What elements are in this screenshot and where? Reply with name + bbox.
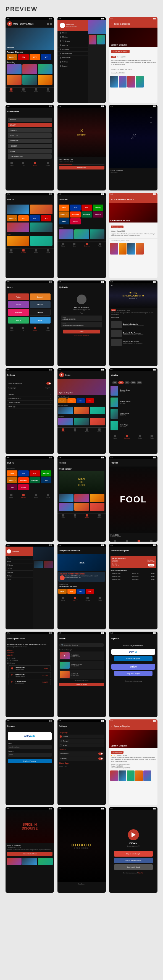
screen-home: 9:41▌▌▌ OIDC - Ott TV & Movie Featured P… — [6, 17, 54, 103]
screen-subscription: 9:41▌▌▌ Active Subscription Jahirly Unli… — [109, 544, 157, 629]
screen-login: 9:41▌▌▌ DIOXN Stream Movies & TV Sign in… — [109, 807, 157, 893]
screen-paypal2: 9:41▌▌▌ Payment PayPal Email user@email.… — [6, 719, 54, 805]
row-2: 9:41▌▌▌ Select Genre ACTION DRAMA COMEDY… — [6, 105, 157, 191]
screen-home-sidebar: 9:41▌▌▌ User Name Home Movies TV Shows L… — [6, 544, 54, 629]
screen-categories: 9:41▌▌▌ Genre Action Comedy Drama Thrill… — [6, 280, 54, 366]
screen-satv: 9:41▌▌▌ Live TV All Channels SATV NTV RT… — [6, 456, 54, 542]
app-header-1: OIDC - Ott TV & Movie — [6, 20, 54, 28]
screen-genre: 9:41▌▌▌ Select Genre ACTION DRAMA COMEDY… — [6, 105, 54, 191]
screen-channels: 9:41▌▌▌ Channels SATV NTV RTV Ekushey Ba… — [58, 192, 106, 278]
screen-batman: 9:41▌▌▌ DIOXCO STREAMING Loading... — [58, 807, 106, 893]
screens-grid: 9:41▌▌▌ OIDC - Ott TV & Movie Featured P… — [6, 17, 157, 893]
screen-search: 9:41▌▌▌ Search 🔍 Search for "Fooling" Re… — [58, 632, 106, 717]
row-9: 9:41▌▌▌ Payment PayPal Email user@email.… — [6, 719, 157, 805]
screen-dark-movie: 9:41▌▌▌ ⚔WARRIOR Dark Fantasy Epic Actio… — [58, 105, 106, 191]
row-8: 9:41▌▌▌ Subscription Plans Access some f… — [6, 632, 157, 717]
screen-spice: 9:41▌▌▌ ← Spice in Disguise Spice in Dis… — [109, 17, 157, 103]
screen-home-banner: 9:41▌▌▌ Home Spice in Disguise Popular C… — [58, 368, 106, 454]
screen-covid: 9:41▌▌▌ Independent Television ● LIVE CO… — [58, 544, 106, 629]
screen-calling-fall: 9:41▌▌▌ ← CALLING FROM FALL CALLING FROM… — [109, 192, 157, 278]
screen-spice-detail: 9:41▌▌▌ ← Spice in Disguise Spice in Dis… — [109, 719, 157, 805]
row-3: 9:41▌▌▌ Live TV Bangla TV SATV NTV RTV — [6, 192, 157, 278]
screen-space: 9:41▌▌▌ ☄ ——— Space Adventure Sci-Fi | 2… — [109, 105, 157, 191]
screen-monday: 9:41▌▌▌ Monday Sun Mon Tue Wed Thu — [109, 368, 157, 454]
screen-dark-splash: 9:41▌▌▌ SPICE INDISGUISE Spice in Disgui… — [6, 807, 54, 893]
screen-plans: 9:41▌▌▌ Subscription Plans Access some f… — [6, 632, 54, 717]
preview-title: PREVIEW — [6, 6, 157, 13]
row-1: 9:41▌▌▌ OIDC - Ott TV & Movie Featured P… — [6, 17, 157, 103]
screen-man-god: 9:41▌▌▌ Popular Trending Now MANOFGOD — [58, 456, 106, 542]
screen-menu: 9:41▌▌▌ Username user@email.com Home Mov… — [58, 17, 106, 103]
screen-settings: 9:41▌▌▌ Settings Push Notifications Lang… — [6, 368, 54, 454]
screen-profile: 9:41▌▌▌ My Profile ABOUL HASSAN mdaboulh… — [58, 280, 106, 366]
row-10: 9:41▌▌▌ SPICE INDISGUISE Spice in Disgui… — [6, 807, 157, 893]
row-4: 9:41▌▌▌ Genre Action Comedy Drama Thrill… — [6, 280, 157, 366]
row-6: 9:41▌▌▌ Live TV All Channels SATV NTV RT… — [6, 456, 157, 542]
screen-mandalorian: 9:41▌▌▌ ★ THE MANDALORIAN ★Season 02 ← ★… — [109, 280, 157, 366]
row-5: 9:41▌▌▌ Settings Push Notifications Lang… — [6, 368, 157, 454]
row-7: 9:41▌▌▌ User Name Home Movies TV Shows L… — [6, 544, 157, 629]
screen-paypal: 9:41▌▌▌ Payment Choose Payment Method Pa… — [109, 632, 157, 717]
screen-fool: 9:41▌▌▌ Popular FOOL Fool (2021) Comedy … — [109, 456, 157, 542]
screen-settings2: 9:41▌▌▌ Settings Language English Bengal… — [58, 719, 106, 805]
screen-live-tv: 9:41▌▌▌ Live TV Bangla TV SATV NTV RTV — [6, 192, 54, 278]
page-container: PREVIEW 9:41▌▌▌ OIDC - Ott TV & Movie Fe… — [0, 0, 163, 898]
